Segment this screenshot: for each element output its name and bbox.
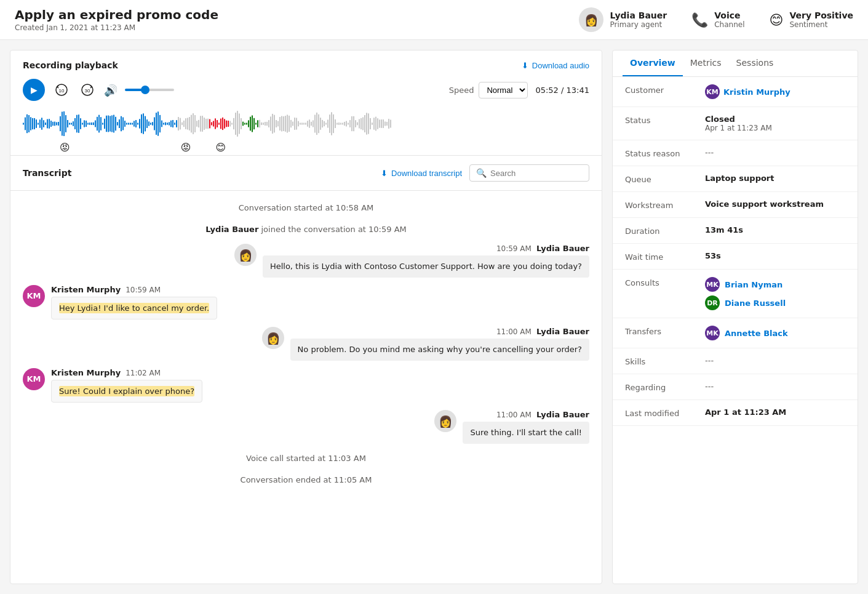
agent-meta: 👩 Lydia Bauer Primary agent [579, 7, 667, 32]
header-title-section: Apply an expired promo code Created Jan … [15, 7, 218, 32]
agent-message-content: Lydia Bauer11:00 AMSure thing. I'll star… [463, 410, 589, 444]
page-created: Created Jan 1, 2021 at 11:23 AM [15, 23, 218, 32]
agent-message-meta: Lydia Bauer11:00 AM [290, 327, 589, 336]
agent-message-name: Lydia Bauer [536, 327, 589, 336]
waveform-canvas[interactable] [23, 108, 589, 139]
system-message: Conversation started at 10:58 AM [23, 201, 589, 215]
emotion-neg-2: 😡 [181, 142, 191, 153]
customer-message-name: Kristen Murphy [51, 368, 121, 377]
agent-role: Primary agent [610, 20, 667, 29]
tab-metrics[interactable]: Metrics [683, 50, 729, 76]
transfer-name[interactable]: Annette Black [725, 329, 788, 338]
search-box[interactable]: 🔍 [469, 164, 589, 182]
customer-message-meta: Kristen Murphy10:59 AM [51, 285, 217, 294]
download-audio-button[interactable]: ⬇ Download audio [522, 61, 589, 70]
speed-select[interactable]: 0.5x 0.75x Normal 1.25x 1.5x 2x [479, 82, 528, 98]
agent-avatar: 👩 [579, 7, 603, 32]
status-value: Closed Apr 1 at 11:23 AM [705, 114, 845, 132]
search-input[interactable] [490, 169, 583, 178]
speed-section: Speed 0.5x 0.75x Normal 1.25x 1.5x 2x [449, 82, 528, 98]
time-display: 05:52 / 13:41 [535, 86, 589, 95]
download-transcript-icon: ⬇ [381, 169, 388, 178]
agent-message-avatar: 👩 [434, 410, 456, 432]
status-date: Apr 1 at 11:23 AM [705, 124, 845, 132]
system-join-message: Lydia Bauer joined the conversation at 1… [23, 222, 589, 236]
status-row: Status Closed Apr 1 at 11:23 AM [613, 107, 858, 140]
consultant-badge: DR [705, 295, 720, 310]
consultant-name[interactable]: Brian Nyman [725, 280, 782, 289]
download-audio-label: Download audio [532, 61, 589, 70]
tab-overview[interactable]: Overview [623, 50, 683, 76]
info-row: Queue Laptop support [613, 166, 858, 192]
info-value: Voice support workstream [705, 199, 845, 209]
transfers-label: Transfers [625, 326, 705, 336]
right-panel: Overview Metrics Sessions Customer KM Kr… [612, 50, 858, 584]
customer-message-content: Kristen Murphy10:59 AMHey Lydia! I'd lik… [51, 285, 217, 320]
info-value: --- [705, 148, 845, 157]
consultant-name[interactable]: Diane Russell [725, 299, 786, 308]
playback-controls: ▶ 10 30 🔊 Speed 0.5x 0 [23, 79, 589, 101]
transcript-header: Transcript ⬇ Download transcript 🔍 [10, 156, 602, 191]
volume-icon: 🔊 [104, 84, 117, 97]
tab-sessions[interactable]: Sessions [729, 50, 781, 76]
agent-message-avatar: 👩 [234, 244, 257, 266]
agent-message-bubble: No problem. Do you mind me asking why yo… [290, 339, 589, 361]
search-icon: 🔍 [476, 168, 487, 178]
info-label: Regarding [625, 382, 705, 392]
transcript-actions: ⬇ Download transcript 🔍 [381, 164, 589, 182]
play-button[interactable]: ▶ [23, 79, 45, 101]
agent-message-row: Lydia Bauer11:00 AMSure thing. I'll star… [23, 410, 589, 444]
main-content: Recording playback ⬇ Download audio ▶ 10… [0, 40, 868, 594]
consults-row: ConsultsMKBrian NymanDRDiane Russell [613, 270, 858, 318]
customer-message-avatar: KM [23, 285, 45, 307]
customer-link[interactable]: KM Kristin Murphy [705, 84, 845, 99]
customer-message-row: KMKristen Murphy10:59 AMHey Lydia! I'd l… [23, 285, 589, 320]
info-value: 13m 41s [705, 225, 845, 235]
transcript-title: Transcript [23, 168, 71, 178]
agent-info: Lydia Bauer Primary agent [610, 10, 667, 29]
agent-message-meta: Lydia Bauer10:59 AM [263, 244, 589, 253]
download-transcript-button[interactable]: ⬇ Download transcript [381, 169, 462, 178]
agent-message-meta: Lydia Bauer11:00 AM [463, 410, 589, 419]
rewind-button[interactable]: 10 [52, 81, 71, 99]
volume-control: 🔊 [104, 84, 117, 97]
transfer-row: MKAnnette Black [705, 326, 845, 340]
info-row: Skills --- [613, 348, 858, 374]
info-label: Queue [625, 174, 705, 184]
info-label: Skills [625, 356, 705, 366]
sentiment-icon: 😊 [769, 12, 783, 28]
customer-message-time: 11:02 AM [125, 369, 161, 377]
download-audio-icon: ⬇ [522, 61, 528, 70]
agent-message-bubble: Hello, this is Lydia with Contoso Custom… [263, 255, 589, 278]
header-meta: 👩 Lydia Bauer Primary agent 📞 Voice Chan… [579, 7, 853, 32]
total-time: 13:41 [567, 86, 589, 95]
transfers-row: TransfersMKAnnette Black [613, 318, 858, 348]
agent-message-content: Lydia Bauer11:00 AMNo problem. Do you mi… [290, 327, 589, 361]
info-value: --- [705, 382, 845, 391]
agent-message-time: 10:59 AM [496, 244, 532, 253]
forward-button[interactable]: 30 [78, 81, 97, 99]
agent-message-name: Lydia Bauer [536, 244, 589, 253]
sentiment-info: Very Positive Sentiment [789, 10, 853, 29]
agent-message-time: 11:00 AM [496, 411, 532, 419]
voice-icon: 📞 [691, 12, 708, 28]
agent-message-name: Lydia Bauer [536, 410, 589, 419]
channel-sublabel: Channel [714, 20, 744, 29]
waveform-container[interactable]: 😡 😡 😊 [23, 108, 589, 145]
transfer-badge: MK [705, 326, 720, 340]
volume-slider[interactable] [125, 89, 174, 91]
customer-message-name: Kristen Murphy [51, 285, 121, 294]
consultant-badge: MK [705, 277, 720, 292]
customer-message-avatar: KM [23, 368, 45, 390]
customer-message-bubble: Sure! Could I explain over phone? [51, 380, 202, 403]
customer-message-row: KMKristen Murphy11:02 AMSure! Could I ex… [23, 368, 589, 403]
info-row: Duration 13m 41s [613, 218, 858, 244]
left-panel: Recording playback ⬇ Download audio ▶ 10… [10, 50, 602, 584]
info-row: Status reason --- [613, 140, 858, 166]
customer-name: Kristin Murphy [723, 87, 790, 97]
info-value: Laptop support [705, 174, 845, 183]
recording-title: Recording playback [23, 60, 118, 70]
consults-label: Consults [625, 277, 705, 287]
page-title: Apply an expired promo code [15, 7, 218, 22]
system-message: Conversation ended at 11:05 AM [23, 473, 589, 487]
